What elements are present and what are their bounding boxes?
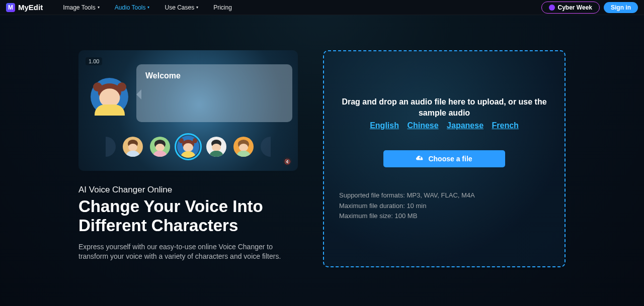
limit-duration: Maximum file duration: 10 min bbox=[339, 201, 549, 212]
limit-size: Maximum file size: 100 MB bbox=[339, 211, 549, 222]
character-avatar[interactable] bbox=[123, 137, 143, 157]
sample-link-french[interactable]: French bbox=[492, 121, 518, 130]
hero-subtitle: AI Voice Changer Online bbox=[78, 185, 298, 195]
upload-limits: Supported file formats: MP3, WAV, FLAC, … bbox=[339, 190, 549, 222]
upload-dropzone[interactable]: Drag and drop an audio file here to uplo… bbox=[323, 50, 566, 267]
carousel-next-peek[interactable] bbox=[261, 137, 271, 157]
hero-headline: Change Your Voice Into Different Charact… bbox=[78, 197, 298, 235]
cyber-week-label: Cyber Week bbox=[558, 4, 592, 11]
nav-label: Image Tools bbox=[63, 4, 95, 11]
signin-button[interactable]: Sign in bbox=[604, 2, 638, 13]
brand[interactable]: M MyEdit bbox=[6, 3, 43, 12]
speech-bubble: Welcome bbox=[136, 64, 292, 122]
cloud-upload-icon bbox=[416, 154, 424, 163]
character-avatar[interactable] bbox=[233, 137, 254, 157]
mute-button[interactable]: 🔇 bbox=[283, 157, 292, 166]
selected-character-avatar bbox=[91, 78, 128, 116]
speaker-muted-icon: 🔇 bbox=[284, 159, 290, 164]
speech-text: Welcome bbox=[145, 71, 181, 80]
dropzone-text-line: Drag and drop an audio file here to uplo… bbox=[342, 97, 546, 106]
carousel-prev-peek[interactable] bbox=[106, 137, 116, 157]
main-content: 1.00 Welcome bbox=[0, 15, 644, 267]
nav-pricing[interactable]: Pricing bbox=[213, 4, 232, 11]
dropzone-text-line: sample audio bbox=[419, 109, 470, 117]
nav-use-cases[interactable]: Use Cases ▾ bbox=[165, 4, 198, 11]
signin-label: Sign in bbox=[611, 4, 631, 11]
cyber-week-button[interactable]: Cyber Week bbox=[541, 2, 600, 14]
sample-link-japanese[interactable]: Japanese bbox=[447, 121, 484, 130]
choose-file-button[interactable]: Choose a file bbox=[383, 150, 505, 167]
nav-label: Use Cases bbox=[165, 4, 194, 11]
hero-description: Express yourself with our easy-to-use on… bbox=[78, 242, 290, 262]
nav-label: Pricing bbox=[213, 4, 232, 11]
chevron-down-icon: ▾ bbox=[196, 5, 198, 10]
sample-link-english[interactable]: English bbox=[370, 121, 399, 130]
nav-items: Image Tools ▾ Audio Tools ▾ Use Cases ▾ … bbox=[63, 4, 232, 11]
preview-card: 1.00 Welcome bbox=[78, 50, 298, 171]
chevron-down-icon: ▾ bbox=[147, 5, 149, 10]
nav-label: Audio Tools bbox=[115, 4, 146, 11]
timer-label: 1.00 bbox=[86, 57, 102, 65]
promo-icon bbox=[549, 5, 555, 11]
character-avatar[interactable] bbox=[206, 137, 226, 157]
choose-file-label: Choose a file bbox=[428, 155, 472, 163]
sample-language-links: English Chinese Japanese French bbox=[339, 121, 549, 130]
dropzone-text: Drag and drop an audio file here to uplo… bbox=[339, 96, 549, 119]
top-nav: M MyEdit Image Tools ▾ Audio Tools ▾ Use… bbox=[0, 0, 644, 15]
character-avatar-selected[interactable] bbox=[177, 136, 199, 158]
character-avatar[interactable] bbox=[150, 137, 170, 157]
chevron-down-icon: ▾ bbox=[98, 5, 100, 10]
limit-formats: Supported file formats: MP3, WAV, FLAC, … bbox=[339, 190, 549, 201]
brand-name: MyEdit bbox=[18, 3, 43, 12]
nav-image-tools[interactable]: Image Tools ▾ bbox=[63, 4, 99, 11]
sample-link-chinese[interactable]: Chinese bbox=[407, 121, 438, 130]
nav-audio-tools[interactable]: Audio Tools ▾ bbox=[115, 4, 150, 11]
character-carousel[interactable] bbox=[106, 136, 271, 158]
left-column: 1.00 Welcome bbox=[78, 50, 298, 267]
brand-logo-icon: M bbox=[6, 3, 15, 12]
